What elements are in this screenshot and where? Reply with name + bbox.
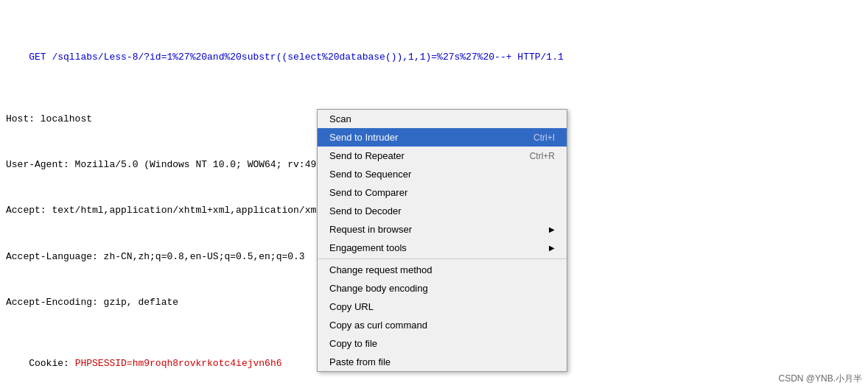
menu-item-shortcut-send-to-repeater: Ctrl+R <box>530 151 555 161</box>
menu-item-send-to-repeater[interactable]: Send to RepeaterCtrl+R <box>318 147 567 165</box>
menu-item-paste-from-file[interactable]: Paste from file <box>318 353 567 371</box>
menu-item-label-send-to-comparer: Send to Comparer <box>329 187 407 198</box>
cookie-label: Cookie: <box>29 358 74 369</box>
menu-item-copy-url[interactable]: Copy URL <box>318 297 567 316</box>
menu-item-shortcut-send-to-intruder: Ctrl+I <box>533 133 555 143</box>
menu-item-engagement-tools[interactable]: Engagement tools▶ <box>318 239 567 257</box>
menu-item-label-copy-as-curl: Copy as curl command <box>329 320 427 331</box>
menu-item-send-to-comparer[interactable]: Send to Comparer <box>318 183 567 202</box>
watermark: CSDN @YNB.小月半 <box>778 373 862 385</box>
cookie-value: PHPSESSID=hm9roqh8rovkrkotc4iejvn6h6 <box>75 358 282 369</box>
menu-item-send-to-intruder[interactable]: Send to IntruderCtrl+I <box>318 128 567 147</box>
menu-item-label-scan: Scan <box>329 113 351 124</box>
menu-item-change-request-method[interactable]: Change request method <box>318 261 567 279</box>
menu-item-label-send-to-repeater: Send to Repeater <box>329 150 405 161</box>
menu-item-send-to-decoder[interactable]: Send to Decoder <box>318 202 567 220</box>
menu-item-send-to-sequencer[interactable]: Send to Sequencer <box>318 165 567 183</box>
menu-item-request-in-browser[interactable]: Request in browser▶ <box>318 220 567 239</box>
menu-item-label-request-in-browser: Request in browser <box>329 224 412 235</box>
menu-item-label-copy-url: Copy URL <box>329 301 374 312</box>
menu-item-arrow-engagement-tools: ▶ <box>549 244 555 252</box>
menu-item-scan[interactable]: Scan <box>318 110 567 128</box>
menu-item-change-body-encoding[interactable]: Change body encoding <box>318 279 567 297</box>
menu-item-copy-to-file[interactable]: Copy to file <box>318 334 567 353</box>
menu-item-label-paste-from-file: Paste from file <box>329 356 391 367</box>
request-line-1: GET /sqllabs/Less-8/?id=1%27%20and%20sub… <box>6 35 862 81</box>
menu-separator-7 <box>318 258 567 259</box>
menu-item-copy-as-curl[interactable]: Copy as curl command <box>318 316 567 334</box>
menu-item-label-copy-to-file: Copy to file <box>329 338 377 349</box>
menu-item-label-engagement-tools: Engagement tools <box>329 242 407 253</box>
menu-item-label-change-request-method: Change request method <box>329 264 432 275</box>
menu-item-label-change-body-encoding: Change body encoding <box>329 283 428 294</box>
menu-item-label-send-to-decoder: Send to Decoder <box>329 205 402 216</box>
menu-item-arrow-request-in-browser: ▶ <box>549 225 555 233</box>
menu-item-label-send-to-sequencer: Send to Sequencer <box>329 169 411 180</box>
menu-item-label-send-to-intruder: Send to Intruder <box>329 132 398 143</box>
request-url-highlight: GET /sqllabs/Less-8/?id=1%27%20and%20sub… <box>29 52 564 63</box>
context-menu: ScanSend to IntruderCtrl+ISend to Repeat… <box>317 109 567 372</box>
